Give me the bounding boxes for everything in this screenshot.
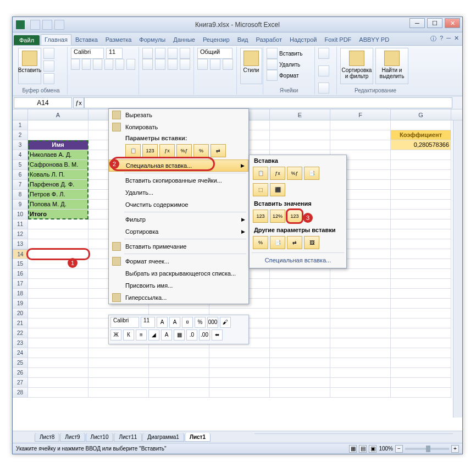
paste-all-icon[interactable]: 📋 [125,144,141,157]
row-header[interactable]: 12 [13,229,28,239]
align-bot[interactable] [168,48,178,59]
cell[interactable] [330,338,391,348]
currency-icon[interactable] [197,59,208,70]
cell[interactable] [28,259,88,269]
sub-picture[interactable]: 🖼 [304,236,319,249]
cell[interactable] [270,388,330,398]
sub-values-srcfmt[interactable]: 123 [287,210,302,223]
cell[interactable] [330,120,391,130]
align-right[interactable] [168,59,178,70]
cell[interactable] [391,210,451,219]
row-header[interactable]: 19 [13,299,28,309]
cell[interactable] [330,378,391,388]
sheet-tab[interactable]: Лист9 [60,433,85,442]
menu-insert-copied[interactable]: Вставить скопированные ячейки... [109,174,248,186]
cell[interactable] [28,219,88,229]
sub-paste-all[interactable]: 📋 [253,167,268,180]
cell[interactable] [391,200,451,210]
cell[interactable] [391,190,451,200]
align-top[interactable] [142,48,153,59]
row-header[interactable]: 28 [13,388,28,398]
cell[interactable] [330,348,391,358]
cell[interactable] [28,289,88,299]
align-mid[interactable] [155,48,165,59]
cell[interactable] [330,318,391,328]
minimize-button[interactable]: ─ [409,18,425,28]
cell[interactable] [330,368,391,378]
cell[interactable] [28,338,88,348]
mini-font-name[interactable]: Calibri [110,317,139,328]
cell[interactable] [391,328,451,338]
menu-assign-name[interactable]: Присвоить имя... [109,279,248,292]
view-normal-icon[interactable]: ▦ [349,445,357,453]
row-header[interactable]: 26 [13,368,28,378]
cell[interactable] [149,358,209,368]
horizontal-scrollbar[interactable] [254,433,453,443]
row-header[interactable]: 2 [13,130,28,140]
name-box[interactable]: A14 [14,97,72,108]
cell[interactable] [391,348,451,358]
tab-insert[interactable]: Вставка [71,34,102,45]
row-header[interactable]: 27 [13,378,28,388]
row-header[interactable]: 11 [13,219,28,229]
menu-clear[interactable]: Очистить содержимое [109,199,248,211]
cell[interactable] [270,348,330,358]
mini-font-size[interactable]: 11 [141,317,155,328]
cell[interactable] [149,388,209,398]
cell[interactable] [330,289,391,299]
cell[interactable] [330,328,391,338]
autosum-icon[interactable] [318,48,329,59]
ribbon-min-icon[interactable]: ─ [446,35,451,43]
underline-button[interactable] [93,59,102,70]
cell[interactable]: Коваль Л. П. [28,170,88,180]
cell[interactable] [28,120,88,130]
cell[interactable] [88,388,149,398]
close-button[interactable]: ✕ [445,18,460,28]
sort-filter-button[interactable]: Сортировка и фильтр [340,48,373,84]
cell[interactable] [88,368,149,378]
fill-icon[interactable] [318,65,329,76]
select-all-corner[interactable] [13,109,28,120]
cell[interactable] [88,348,149,358]
cell[interactable] [28,299,88,309]
mini-align[interactable]: ≡ [136,329,147,340]
menu-dropdown-list[interactable]: Выбрать из раскрывающегося списка... [109,267,248,279]
sub-transpose[interactable]: ⇄ [287,236,302,249]
clear-icon[interactable] [318,83,329,94]
file-tab[interactable]: Файл [14,35,40,45]
cell[interactable]: 0,280578366 [391,140,451,150]
number-format-select[interactable]: Общий [197,48,233,59]
cell[interactable] [28,130,88,140]
tab-home[interactable]: Главная [41,34,71,45]
cell[interactable] [391,120,451,130]
cell[interactable] [391,170,451,180]
cell[interactable] [391,150,451,160]
mini-italic[interactable]: К [123,329,134,340]
cell[interactable] [391,239,451,249]
cell[interactable] [391,219,451,229]
cell[interactable] [391,299,451,309]
cell[interactable] [391,378,451,388]
row-header[interactable]: 21 [13,318,28,328]
cell[interactable] [28,358,88,368]
cell[interactable] [270,289,330,299]
row-header[interactable]: 23 [13,338,28,348]
zoom-out-button[interactable]: − [395,445,403,453]
font-color-button[interactable] [126,59,135,70]
format-painter-icon[interactable] [43,73,54,84]
mini-inc-decimal[interactable]: .0 [186,329,197,340]
mini-fill-color[interactable]: ◢ [148,329,159,340]
cell[interactable] [391,388,451,398]
cell[interactable] [391,269,451,279]
cell[interactable] [270,140,330,150]
row-header[interactable]: 14 [13,249,28,259]
sheet-tab[interactable]: Лист10 [86,433,114,442]
cell[interactable] [209,358,270,368]
format-cells-icon[interactable] [267,70,278,81]
cell[interactable] [391,249,451,259]
cell[interactable] [270,368,330,378]
cell[interactable] [270,299,330,309]
mini-merge[interactable]: ⬌ [212,329,223,340]
cell[interactable] [270,120,330,130]
bold-button[interactable] [71,59,80,70]
